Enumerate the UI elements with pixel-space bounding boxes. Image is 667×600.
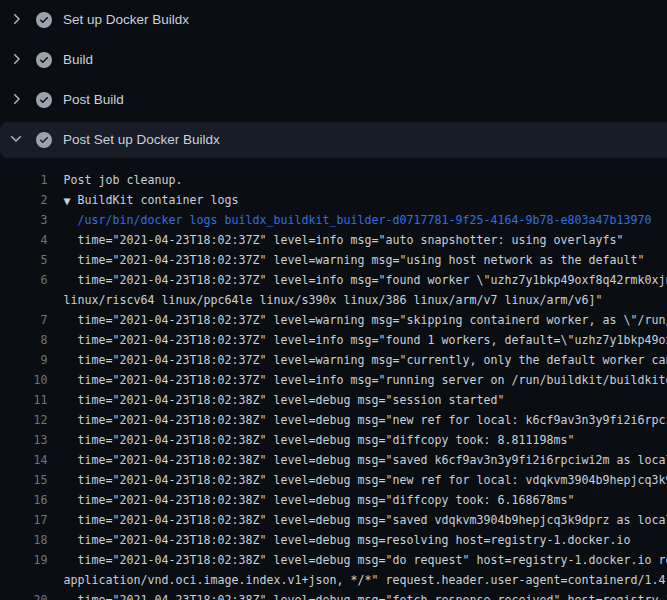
log-line-text: time="2021-04-23T18:02:37Z" level=info m… xyxy=(64,230,667,250)
log-line-number[interactable]: 15 xyxy=(0,470,48,490)
log-line-number[interactable]: 20 xyxy=(0,590,48,600)
check-circle-icon xyxy=(36,92,52,108)
log-line: 11 time="2021-04-23T18:02:38Z" level=deb… xyxy=(0,390,667,410)
step-label: Build xyxy=(63,52,93,67)
log-line-text: time="2021-04-23T18:02:37Z" level=info m… xyxy=(64,370,667,390)
log-line: 5 time="2021-04-23T18:02:37Z" level=warn… xyxy=(0,250,667,270)
log-line-text: time="2021-04-23T18:02:38Z" level=debug … xyxy=(64,470,667,490)
log-command-text: /usr/bin/docker logs buildx_buildkit_bui… xyxy=(64,210,667,230)
log-line-number[interactable]: 3 xyxy=(0,210,48,230)
log-line: 16 time="2021-04-23T18:02:38Z" level=deb… xyxy=(0,490,667,510)
log-line: 8 time="2021-04-23T18:02:37Z" level=info… xyxy=(0,330,667,350)
chevron-right-icon xyxy=(8,51,24,67)
log-line-text: Post job cleanup. xyxy=(64,170,667,190)
log-line-number[interactable]: 18 xyxy=(0,530,48,550)
step-label: Post Set up Docker Buildx xyxy=(63,132,220,147)
log-line-text: time="2021-04-23T18:02:37Z" level=warnin… xyxy=(64,250,667,270)
log-line-continuation: application/vnd.oci.image.index.v1+json,… xyxy=(0,570,667,590)
log-line: 19 time="2021-04-23T18:02:38Z" level=deb… xyxy=(0,550,667,570)
log-line[interactable]: 2▼ BuildKit container logs xyxy=(0,190,667,210)
log-line-number[interactable]: 2 xyxy=(0,190,48,210)
log-line-text: application/vnd.oci.image.index.v1+json,… xyxy=(64,570,667,590)
log-line-text: time="2021-04-23T18:02:38Z" level=debug … xyxy=(64,430,667,450)
log-line-text: time="2021-04-23T18:02:37Z" level=warnin… xyxy=(64,310,667,330)
log-line: 1Post job cleanup. xyxy=(0,170,667,190)
step-label: Post Build xyxy=(63,92,124,107)
log-line-text: ▼ BuildKit container logs xyxy=(64,190,667,211)
step-label: Set up Docker Buildx xyxy=(63,12,189,27)
log-line: 20 time="2021-04-23T18:02:38Z" level=deb… xyxy=(0,590,667,600)
log-line-number[interactable]: 14 xyxy=(0,450,48,470)
log-line-continuation: linux/riscv64 linux/ppc64le linux/s390x … xyxy=(0,290,667,310)
log-line-text: time="2021-04-23T18:02:37Z" level=warnin… xyxy=(64,350,667,370)
log-line-number[interactable]: 10 xyxy=(0,370,48,390)
actions-log-page: { "colors": { "background": "#0a0d12", "… xyxy=(0,0,667,600)
log-line-number[interactable]: 16 xyxy=(0,490,48,510)
log-line: 15 time="2021-04-23T18:02:38Z" level=deb… xyxy=(0,470,667,490)
log-viewer: 1Post job cleanup.2▼ BuildKit container … xyxy=(0,162,667,600)
log-line: 13 time="2021-04-23T18:02:38Z" level=deb… xyxy=(0,430,667,450)
log-line-number[interactable]: 19 xyxy=(0,550,48,570)
log-line-number[interactable]: 12 xyxy=(0,410,48,430)
step-header-build[interactable]: Build xyxy=(0,42,667,78)
log-line-text: time="2021-04-23T18:02:38Z" level=debug … xyxy=(64,490,667,510)
log-line: 17 time="2021-04-23T18:02:38Z" level=deb… xyxy=(0,510,667,530)
log-line: 6 time="2021-04-23T18:02:37Z" level=info… xyxy=(0,270,667,290)
step-header-set-up-docker-buildx[interactable]: Set up Docker Buildx xyxy=(0,2,667,38)
log-line-number[interactable]: 5 xyxy=(0,250,48,270)
log-line: 4 time="2021-04-23T18:02:37Z" level=info… xyxy=(0,230,667,250)
log-line-text: time="2021-04-23T18:02:37Z" level=info m… xyxy=(64,270,667,290)
chevron-right-icon xyxy=(8,11,24,27)
log-line-number[interactable]: 8 xyxy=(0,330,48,350)
log-line-number[interactable]: 17 xyxy=(0,510,48,530)
log-line-text: time="2021-04-23T18:02:38Z" level=debug … xyxy=(64,590,667,600)
log-line-text: time="2021-04-23T18:02:38Z" level=debug … xyxy=(64,530,667,550)
log-line-number[interactable]: 1 xyxy=(0,170,48,190)
log-line: 3 /usr/bin/docker logs buildx_buildkit_b… xyxy=(0,210,667,230)
check-circle-icon xyxy=(36,132,52,148)
log-line: 12 time="2021-04-23T18:02:38Z" level=deb… xyxy=(0,410,667,430)
log-line-text: time="2021-04-23T18:02:37Z" level=info m… xyxy=(64,330,667,350)
log-line: 10 time="2021-04-23T18:02:37Z" level=inf… xyxy=(0,370,667,390)
step-list: Set up Docker BuildxBuildPost BuildPost … xyxy=(0,0,667,158)
log-line-text: time="2021-04-23T18:02:38Z" level=debug … xyxy=(64,510,667,530)
log-line-text: time="2021-04-23T18:02:38Z" level=debug … xyxy=(64,410,667,430)
log-line-text: linux/riscv64 linux/ppc64le linux/s390x … xyxy=(64,290,667,310)
check-circle-icon xyxy=(36,52,52,68)
check-circle-icon xyxy=(36,12,52,28)
log-line-number[interactable]: 7 xyxy=(0,310,48,330)
log-line-number[interactable]: 11 xyxy=(0,390,48,410)
step-header-post-build[interactable]: Post Build xyxy=(0,82,667,118)
log-line-number[interactable]: 6 xyxy=(0,270,48,290)
log-line: 14 time="2021-04-23T18:02:38Z" level=deb… xyxy=(0,450,667,470)
chevron-right-icon xyxy=(8,91,24,107)
log-line: 7 time="2021-04-23T18:02:37Z" level=warn… xyxy=(0,310,667,330)
log-line-number[interactable]: 4 xyxy=(0,230,48,250)
log-line-text: time="2021-04-23T18:02:38Z" level=debug … xyxy=(64,390,667,410)
log-line-text: time="2021-04-23T18:02:38Z" level=debug … xyxy=(64,550,667,570)
log-line: 18 time="2021-04-23T18:02:38Z" level=deb… xyxy=(0,530,667,550)
chevron-down-icon xyxy=(8,131,24,147)
log-line-number[interactable]: 9 xyxy=(0,350,48,370)
log-line-text: time="2021-04-23T18:02:38Z" level=debug … xyxy=(64,450,667,470)
log-line: 9 time="2021-04-23T18:02:37Z" level=warn… xyxy=(0,350,667,370)
step-header-post-set-up-docker-buildx[interactable]: Post Set up Docker Buildx xyxy=(0,122,667,158)
log-line-number[interactable]: 13 xyxy=(0,430,48,450)
